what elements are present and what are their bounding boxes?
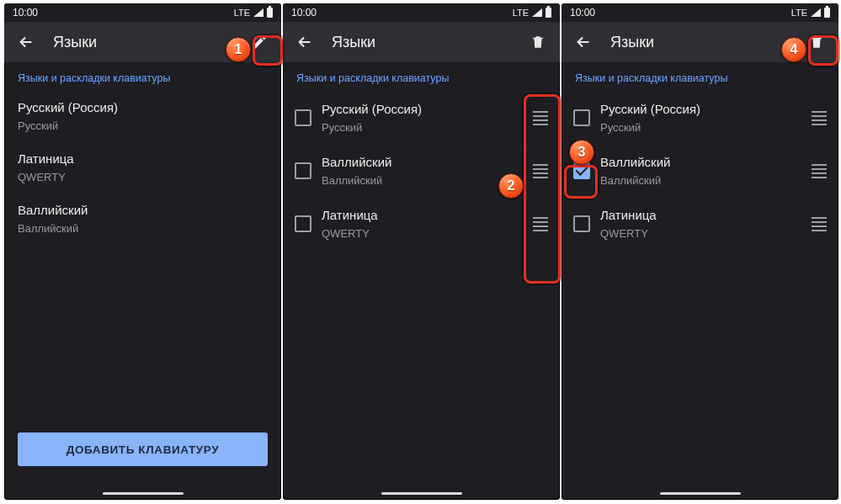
status-bar: 10:00 LTE: [4, 3, 281, 22]
back-button[interactable]: [290, 27, 320, 57]
add-keyboard-button[interactable]: ДОБАВИТЬ КЛАВИАТУРУ: [18, 432, 268, 466]
language-edit-row: Валлийский Валлийский: [562, 144, 838, 197]
language-checkbox[interactable]: [573, 109, 590, 126]
signal-icon: [532, 8, 542, 17]
language-checkbox[interactable]: [573, 215, 590, 232]
language-title: Латиница: [18, 151, 268, 166]
screen-3: 10:00 LTE Языки Языки и раскладки клавиа…: [562, 3, 838, 500]
delete-button[interactable]: [523, 27, 553, 57]
status-net: LTE: [513, 8, 529, 18]
drag-handle-icon[interactable]: [531, 111, 550, 125]
language-row[interactable]: Латиница QWERTY: [4, 142, 281, 194]
language-sub: Валлийский: [322, 174, 521, 187]
language-title: Русский (Россия): [322, 102, 521, 116]
app-bar: Языки: [283, 22, 560, 62]
signal-icon: [253, 8, 263, 17]
language-checkbox[interactable]: [295, 109, 311, 126]
status-right: LTE: [513, 8, 551, 18]
home-indicator[interactable]: [103, 492, 184, 495]
language-title: Русский (Россия): [600, 102, 800, 116]
annotation-badge-4: 4: [781, 37, 806, 62]
language-checkbox[interactable]: [295, 162, 311, 179]
language-sub: Русский: [322, 121, 521, 134]
language-sub: QWERTY: [18, 171, 268, 183]
back-button[interactable]: [568, 27, 599, 57]
drag-handle-icon[interactable]: [810, 111, 828, 125]
language-sub: Русский: [18, 119, 268, 132]
language-row[interactable]: Русский (Россия) Русский: [4, 91, 281, 142]
home-indicator[interactable]: [381, 492, 462, 495]
language-sub: Русский: [600, 121, 800, 134]
language-edit-row: Русский (Россия) Русский: [562, 91, 838, 144]
language-title: Валлийский: [600, 155, 800, 169]
language-title: Русский (Россия): [18, 100, 268, 114]
status-time: 10:00: [570, 7, 595, 19]
status-time: 10:00: [291, 7, 317, 19]
screen-1: 10:00 LTE Языки Языки и раскладки клавиа…: [4, 3, 281, 500]
language-edit-row: Латиница QWERTY: [562, 197, 838, 250]
drag-handle-icon[interactable]: [810, 164, 828, 178]
annotation-badge-3: 3: [569, 140, 594, 165]
home-indicator[interactable]: [660, 492, 741, 495]
drag-handle-icon[interactable]: [810, 217, 828, 231]
section-label: Языки и раскладки клавиатуры: [283, 62, 560, 91]
language-sub: Валлийский: [600, 174, 800, 187]
back-button[interactable]: [11, 27, 41, 57]
language-title: Латиница: [600, 208, 800, 222]
language-checkbox[interactable]: [295, 215, 311, 232]
battery-icon: [267, 8, 273, 18]
status-time: 10:00: [13, 7, 38, 19]
language-sub: QWERTY: [600, 227, 800, 240]
language-sub: Валлийский: [18, 222, 268, 235]
section-label: Языки и раскладки клавиатуры: [4, 62, 281, 91]
language-title: Латиница: [322, 208, 521, 222]
status-net: LTE: [234, 8, 250, 18]
status-right: LTE: [791, 8, 830, 18]
language-title: Валлийский: [322, 155, 521, 169]
drag-handle-icon[interactable]: [531, 217, 550, 231]
status-bar: 10:00 LTE: [562, 3, 838, 22]
drag-handle-icon[interactable]: [531, 164, 550, 178]
signal-icon: [811, 8, 821, 17]
language-edit-row: Русский (Россия) Русский: [283, 91, 560, 144]
status-bar: 10:00 LTE: [283, 3, 560, 22]
language-edit-row: Латиница QWERTY: [283, 197, 560, 250]
language-title: Валлийский: [18, 203, 268, 217]
screen-2: 10:00 LTE Языки Языки и раскладки клавиа…: [283, 3, 560, 500]
language-row[interactable]: Валлийский Валлийский: [4, 194, 281, 245]
section-label: Языки и раскладки клавиатуры: [562, 62, 838, 91]
status-net: LTE: [791, 8, 807, 18]
language-checkbox[interactable]: [573, 162, 590, 179]
appbar-title: Языки: [332, 34, 511, 51]
language-sub: QWERTY: [322, 227, 521, 240]
annotation-badge-1: 1: [226, 37, 251, 62]
status-right: LTE: [234, 8, 273, 18]
battery-icon: [546, 8, 551, 18]
appbar-title: Языки: [53, 34, 232, 51]
battery-icon: [824, 8, 830, 18]
appbar-title: Языки: [610, 34, 790, 51]
annotation-badge-2: 2: [498, 173, 524, 199]
